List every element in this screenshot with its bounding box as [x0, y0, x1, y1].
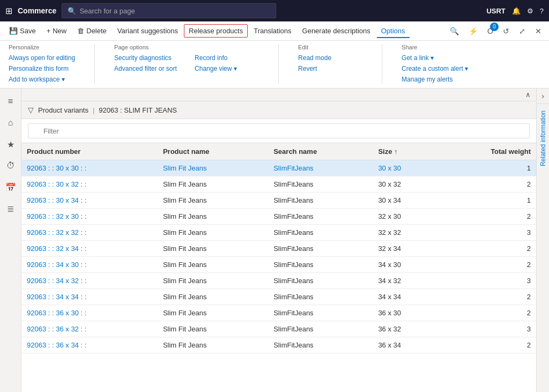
translations-button[interactable]: Translations	[249, 24, 296, 38]
cell-product-number[interactable]: 92063 : : 36 x 30 : :	[21, 305, 158, 321]
cell-total-weight: 2	[438, 176, 536, 193]
ribbon-bar: 💾 Save + New 🗑 Delete Variant suggestion…	[0, 21, 549, 41]
col-search-name: Search name	[268, 143, 373, 160]
table-row[interactable]: 92063 : : 32 x 30 : :Slim Fit JeansSlimF…	[21, 209, 536, 225]
content-collapse-bar: ∧	[21, 88, 536, 101]
related-information-label[interactable]: Related information	[537, 104, 549, 173]
table-row[interactable]: 92063 : : 34 x 32 : :Slim Fit JeansSlimF…	[21, 273, 536, 289]
table-body: 92063 : : 30 x 30 : :Slim Fit JeansSlimF…	[21, 160, 536, 353]
read-mode-item[interactable]: Read mode	[298, 54, 362, 62]
col-size: Size ↑	[373, 143, 437, 160]
product-variants-label: Product variants	[38, 106, 88, 114]
cell-product-number[interactable]: 92063 : : 34 x 34 : :	[21, 289, 158, 305]
product-variants-table: Product number Product name Search name …	[21, 143, 536, 353]
add-workspace-item[interactable]: Add to workspace ▾	[9, 75, 75, 84]
mega-sep-1	[94, 44, 95, 84]
help-icon[interactable]: ?	[540, 7, 544, 15]
content-collapse-icon[interactable]: ∧	[523, 90, 533, 100]
manage-alerts-item[interactable]: Manage my alerts	[402, 75, 468, 84]
options-button[interactable]: Options	[376, 24, 410, 38]
cell-product-number[interactable]: 92063 : : 36 x 34 : :	[21, 337, 158, 353]
app-grid-icon[interactable]: ⊞	[5, 6, 12, 16]
global-search[interactable]: 🔍 Search for a page	[62, 3, 276, 18]
cell-total-weight: 3	[438, 225, 536, 241]
cell-size: 32 x 34	[373, 241, 437, 257]
mega-group-edit: Edit Read mode Revert	[298, 44, 362, 84]
cell-product-name: Slim Fit Jeans	[158, 305, 268, 321]
custom-alert-item[interactable]: Create a custom alert ▾	[402, 64, 468, 73]
release-products-button[interactable]: Release products	[184, 24, 248, 38]
right-panel: › Related information	[536, 88, 549, 392]
always-open-editing-item[interactable]: Always open for editing	[9, 54, 75, 62]
cell-product-number[interactable]: 92063 : : 36 x 32 : :	[21, 321, 158, 337]
cell-size: 30 x 32	[373, 176, 437, 193]
filter-input[interactable]	[28, 123, 530, 138]
sidebar-favorites-icon[interactable]: ★	[2, 136, 19, 153]
change-view-item[interactable]: Change view ▾	[195, 64, 259, 73]
cell-search-name: SlimFitJeans	[268, 209, 373, 225]
sidebar-calendar-icon[interactable]: 📅	[2, 179, 19, 196]
cell-size: 32 x 30	[373, 209, 437, 225]
ribbon-open-icon[interactable]: ⤢	[516, 25, 529, 38]
edit-group-title: Edit	[298, 44, 362, 50]
table-row[interactable]: 92063 : : 36 x 30 : :Slim Fit JeansSlimF…	[21, 305, 536, 321]
generate-descriptions-button[interactable]: Generate descriptions	[298, 24, 375, 38]
table-row[interactable]: 92063 : : 30 x 34 : :Slim Fit JeansSlimF…	[21, 193, 536, 209]
mega-group-page-options: Page options Security diagnostics Advanc…	[114, 44, 179, 84]
table-row[interactable]: 92063 : : 36 x 34 : :Slim Fit JeansSlimF…	[21, 337, 536, 353]
cell-product-name: Slim Fit Jeans	[158, 289, 268, 305]
product-subtitle: 92063 : SLIM FIT JEANS	[99, 106, 177, 114]
table-row[interactable]: 92063 : : 32 x 34 : :Slim Fit JeansSlimF…	[21, 241, 536, 257]
bell-icon[interactable]: 🔔	[512, 7, 521, 15]
right-panel-collapse-icon[interactable]: ›	[537, 88, 549, 104]
cell-product-number[interactable]: 92063 : : 34 x 32 : :	[21, 273, 158, 289]
table-row[interactable]: 92063 : : 32 x 32 : :Slim Fit JeansSlimF…	[21, 225, 536, 241]
title-area: ▽ Product variants | 92063 : SLIM FIT JE…	[28, 106, 177, 114]
advanced-filter-item[interactable]: Advanced filter or sort	[114, 64, 179, 73]
ribbon-refresh-icon[interactable]: ↺	[500, 25, 513, 38]
sidebar-menu-icon[interactable]: ≡	[2, 93, 19, 110]
cell-product-number[interactable]: 92063 : : 34 x 30 : :	[21, 257, 158, 273]
cell-total-weight: 2	[438, 241, 536, 257]
table-row[interactable]: 92063 : : 30 x 32 : :Slim Fit JeansSlimF…	[21, 176, 536, 193]
table-row[interactable]: 92063 : : 34 x 34 : :Slim Fit JeansSlimF…	[21, 289, 536, 305]
security-diagnostics-item[interactable]: Security diagnostics	[114, 54, 179, 62]
cell-product-number[interactable]: 92063 : : 30 x 30 : :	[21, 160, 158, 176]
cell-product-number[interactable]: 92063 : : 32 x 30 : :	[21, 209, 158, 225]
cell-product-name: Slim Fit Jeans	[158, 209, 268, 225]
gear-icon[interactable]: ⚙	[527, 7, 533, 15]
personalize-form-item[interactable]: Personalize this form	[9, 64, 75, 73]
record-info-item[interactable]: Record info	[195, 54, 259, 62]
table-row[interactable]: 92063 : : 30 x 30 : :Slim Fit JeansSlimF…	[21, 160, 536, 176]
cell-product-name: Slim Fit Jeans	[158, 160, 268, 176]
revert-item[interactable]: Revert	[298, 64, 362, 73]
cell-product-number[interactable]: 92063 : : 32 x 34 : :	[21, 241, 158, 257]
variant-suggestions-button[interactable]: Variant suggestions	[113, 24, 183, 38]
notification-badge: 0	[490, 23, 499, 31]
filter-icon[interactable]: ▽	[28, 106, 34, 114]
delete-button[interactable]: 🗑 Delete	[72, 24, 112, 38]
cell-size: 36 x 32	[373, 321, 437, 337]
table-row[interactable]: 92063 : : 34 x 30 : :Slim Fit JeansSlimF…	[21, 257, 536, 273]
ribbon-close-icon[interactable]: ✕	[532, 25, 545, 38]
ribbon-right-icons: 🔍 ⚡ O 0 ↺ ⤢ ✕	[447, 25, 545, 38]
save-button[interactable]: 💾 Save	[4, 24, 41, 38]
sidebar-list-icon[interactable]: ≣	[2, 200, 19, 217]
ribbon-search-icon[interactable]: 🔍	[447, 25, 462, 38]
page-options-title: Page options	[114, 44, 179, 50]
get-link-item[interactable]: Get a link ▾	[402, 54, 468, 62]
table-row[interactable]: 92063 : : 36 x 32 : :Slim Fit JeansSlimF…	[21, 321, 536, 337]
ribbon-notification-wrap: O 0	[484, 25, 496, 38]
cell-product-number[interactable]: 92063 : : 32 x 32 : :	[21, 225, 158, 241]
filter-input-wrap: 🔍	[28, 123, 530, 138]
col-product-name: Product name	[158, 143, 268, 160]
cell-search-name: SlimFitJeans	[268, 257, 373, 273]
cell-product-number[interactable]: 92063 : : 30 x 32 : :	[21, 176, 158, 193]
new-button[interactable]: + New	[42, 24, 72, 38]
sidebar-recent-icon[interactable]: ⏱	[2, 157, 19, 174]
cell-product-number[interactable]: 92063 : : 30 x 34 : :	[21, 193, 158, 209]
cell-total-weight: 2	[438, 289, 536, 305]
personalize-group-title: Personalize	[9, 44, 75, 50]
sidebar-home-icon[interactable]: ⌂	[2, 114, 19, 131]
ribbon-connect-icon[interactable]: ⚡	[465, 25, 481, 38]
